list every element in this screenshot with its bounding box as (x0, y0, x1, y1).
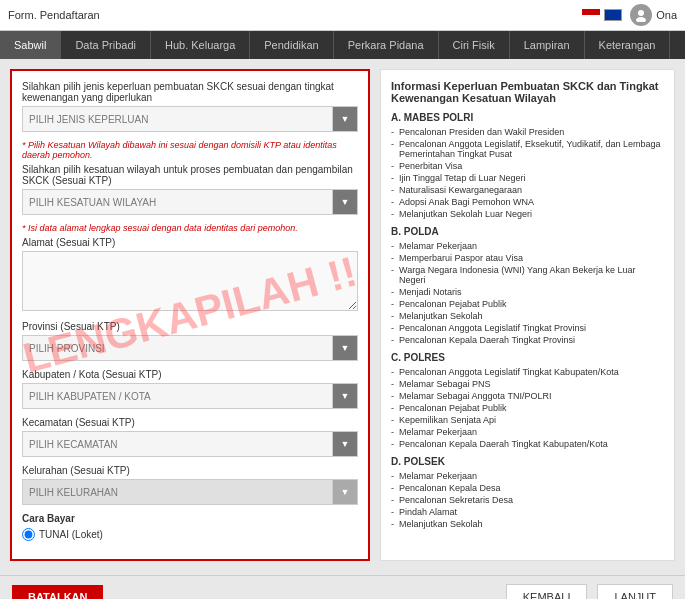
kecamatan-select-btn[interactable]: ▼ (332, 431, 358, 457)
cara-bayar-radio-group: TUNAI (Loket) (22, 528, 358, 541)
list-item: Pencalonan Pejabat Publik (399, 298, 664, 310)
provinsi-group: Provinsi (Sesuai KTP) PILIH PROVINSI ▼ (22, 321, 358, 361)
list-item: Memperbarui Paspor atau Visa (399, 252, 664, 264)
batalkan-button[interactable]: BATALKAN (12, 585, 103, 599)
kesatuan-wilayah-select[interactable]: PILIH KESATUAN WILAYAH (22, 189, 332, 215)
form-title: Form. Pendaftaran (8, 9, 100, 21)
list-item: Melanjutkan Sekolah (399, 310, 664, 322)
flags (582, 9, 622, 21)
tab-keterangan[interactable]: Keterangan (585, 31, 671, 59)
list-item: Pencalonan Anggota Legislatif Tingkat Ka… (399, 366, 664, 378)
bottom-bar: BATALKAN KEMBALI LANJUT (0, 575, 685, 599)
provinsi-select-container: PILIH PROVINSI ▼ (22, 335, 358, 361)
list-item: Melamar Sebagai Anggota TNI/POLRI (399, 390, 664, 402)
kelurahan-select-btn[interactable]: ▼ (332, 479, 358, 505)
list-item: Warga Negara Indonesia (WNI) Yang Akan B… (399, 264, 664, 286)
list-item: Melamar Pekerjaan (399, 426, 664, 438)
kabupaten-label: Kabupaten / Kota (Sesuai KTP) (22, 369, 358, 380)
section-polda: B. POLDA Melamar Pekerjaan Memperbarui P… (391, 226, 664, 346)
tab-ciri-fisik[interactable]: Ciri Fisik (439, 31, 510, 59)
flag-en[interactable] (604, 9, 622, 21)
provinsi-label: Provinsi (Sesuai KTP) (22, 321, 358, 332)
jenis-keperluan-group: Silahkan pilih jenis keperluan pembuatan… (22, 81, 358, 132)
info-title: Informasi Keperluan Pembuatan SKCK dan T… (391, 80, 664, 104)
user-info: Ona (630, 4, 677, 26)
avatar (630, 4, 652, 26)
list-item: Pencalonan Sekretaris Desa (399, 494, 664, 506)
section-c-list: Pencalonan Anggota Legislatif Tingkat Ka… (391, 366, 664, 450)
note-ktp: * Pilih Kesatuan Wilayah dibawah ini ses… (22, 140, 358, 160)
jenis-keperluan-select-btn[interactable]: ▼ (332, 106, 358, 132)
kabupaten-select[interactable]: PILIH KABUPATEN / KOTA (22, 383, 332, 409)
list-item: Ijin Tinggal Tetap di Luar Negeri (399, 172, 664, 184)
tab-pendidikan[interactable]: Pendidikan (250, 31, 333, 59)
kesatuan-wilayah-label: Silahkan pilih kesatuan wilayah untuk pr… (22, 164, 358, 186)
jenis-keperluan-label: Silahkan pilih jenis keperluan pembuatan… (22, 81, 358, 103)
kelurahan-label: Kelurahan (Sesuai KTP) (22, 465, 358, 476)
tab-data-pribadi[interactable]: Data Pribadi (61, 31, 151, 59)
tab-lampiran[interactable]: Lampiran (510, 31, 585, 59)
list-item: Melanjutkan Sekolah (399, 518, 664, 530)
list-item: Pencalonan Kepala Daerah Tingkat Kabupat… (399, 438, 664, 450)
kabupaten-group: Kabupaten / Kota (Sesuai KTP) PILIH KABU… (22, 369, 358, 409)
cara-bayar-group: Cara Bayar TUNAI (Loket) (22, 513, 358, 541)
list-item: Adopsi Anak Bagi Pemohon WNA (399, 196, 664, 208)
kecamatan-label: Kecamatan (Sesuai KTP) (22, 417, 358, 428)
tab-hub-keluarga[interactable]: Hub. Keluarga (151, 31, 250, 59)
alamat-textarea[interactable] (22, 251, 358, 311)
warning-alamat: * Isi data alamat lengkap sesuai dengan … (22, 223, 358, 233)
jenis-keperluan-select-container: PILIH JENIS KEPERLUAN ▼ (22, 106, 358, 132)
tab-perkara-pidana[interactable]: Perkara Pidana (334, 31, 439, 59)
provinsi-select[interactable]: PILIH PROVINSI (22, 335, 332, 361)
bottom-right-buttons: KEMBALI LANJUT (506, 584, 673, 599)
provinsi-select-btn[interactable]: ▼ (332, 335, 358, 361)
alamat-label: Alamat (Sesuai KTP) (22, 237, 358, 248)
section-a-list: Pencalonan Presiden dan Wakil Presiden P… (391, 126, 664, 220)
kecamatan-select-container: PILIH KECAMATAN ▼ (22, 431, 358, 457)
tab-sabwil[interactable]: Sabwil (0, 31, 61, 59)
list-item: Melamar Sebagai PNS (399, 378, 664, 390)
list-item: Pencalonan Presiden dan Wakil Presiden (399, 126, 664, 138)
list-item: Penerbitan Visa (399, 160, 664, 172)
username: Ona (656, 9, 677, 21)
list-item: Pencalonan Anggota Legislatif, Eksekutif… (399, 138, 664, 160)
section-polsek: D. POLSEK Melamar Pekerjaan Pencalonan K… (391, 456, 664, 530)
list-item: Pencalonan Kepala Desa (399, 482, 664, 494)
alamat-group: Alamat (Sesuai KTP) (22, 237, 358, 313)
section-d-list: Melamar Pekerjaan Pencalonan Kepala Desa… (391, 470, 664, 530)
kesatuan-wilayah-select-container: PILIH KESATUAN WILAYAH ▼ (22, 189, 358, 215)
kelurahan-select-container: PILIH KELURAHAN ▼ (22, 479, 358, 505)
left-panel: LENGKAPILAH !! Silahkan pilih jenis kepe… (10, 69, 370, 561)
top-bar: Form. Pendaftaran Ona (0, 0, 685, 31)
section-b-list: Melamar Pekerjaan Memperbarui Paspor ata… (391, 240, 664, 346)
list-item: Pindah Alamat (399, 506, 664, 518)
list-item: Melanjutkan Sekolah Luar Negeri (399, 208, 664, 220)
main-content: LENGKAPILAH !! Silahkan pilih jenis kepe… (0, 59, 685, 571)
section-polres: C. POLRES Pencalonan Anggota Legislatif … (391, 352, 664, 450)
kelurahan-group: Kelurahan (Sesuai KTP) PILIH KELURAHAN ▼ (22, 465, 358, 505)
kabupaten-select-btn[interactable]: ▼ (332, 383, 358, 409)
kecamatan-select[interactable]: PILIH KECAMATAN (22, 431, 332, 457)
svg-point-1 (636, 17, 646, 22)
kesatuan-wilayah-select-btn[interactable]: ▼ (332, 189, 358, 215)
list-item: Pencalonan Anggota Legislatif Tingkat Pr… (399, 322, 664, 334)
kesatuan-wilayah-group: Silahkan pilih kesatuan wilayah untuk pr… (22, 164, 358, 215)
kembali-button[interactable]: KEMBALI (506, 584, 588, 599)
kelurahan-select[interactable]: PILIH KELURAHAN (22, 479, 332, 505)
list-item: Naturalisasi Kewarganegaraan (399, 184, 664, 196)
svg-point-0 (638, 10, 644, 16)
kabupaten-select-container: PILIH KABUPATEN / KOTA ▼ (22, 383, 358, 409)
lanjut-button[interactable]: LANJUT (597, 584, 673, 599)
tunai-radio[interactable] (22, 528, 35, 541)
section-c-title: C. POLRES (391, 352, 664, 363)
list-item: Melamar Pekerjaan (399, 470, 664, 482)
flag-id[interactable] (582, 9, 600, 21)
list-item: Menjadi Notaris (399, 286, 664, 298)
section-mabes-polri: A. MABES POLRI Pencalonan Presiden dan W… (391, 112, 664, 220)
section-b-title: B. POLDA (391, 226, 664, 237)
jenis-keperluan-select[interactable]: PILIH JENIS KEPERLUAN (22, 106, 332, 132)
section-a-title: A. MABES POLRI (391, 112, 664, 123)
cara-bayar-label: Cara Bayar (22, 513, 358, 524)
kecamatan-group: Kecamatan (Sesuai KTP) PILIH KECAMATAN ▼ (22, 417, 358, 457)
list-item: Kepemilikan Senjata Api (399, 414, 664, 426)
